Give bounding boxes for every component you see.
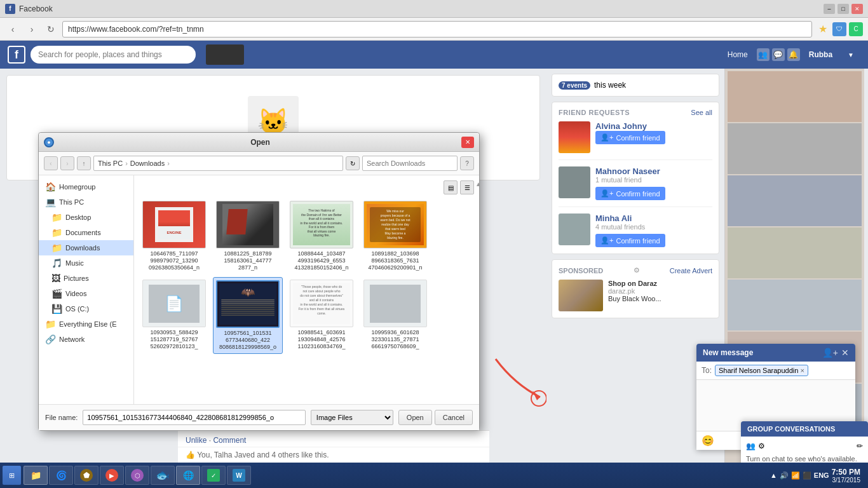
- minimize-button[interactable]: –: [824, 4, 835, 14]
- star-icon[interactable]: ★: [816, 22, 830, 36]
- refresh-button[interactable]: ↻: [43, 22, 58, 37]
- dialog-open-button[interactable]: Open: [398, 410, 432, 425]
- taskbar-clock[interactable]: 7:50 PM 3/17/2015: [832, 468, 860, 484]
- folder-label-everything-else: Everything Else (E: [59, 320, 116, 328]
- dialog-help-button[interactable]: ?: [460, 156, 474, 170]
- recipient-remove-button[interactable]: ×: [800, 367, 804, 374]
- folder-pictures[interactable]: 🖼 Pictures: [39, 271, 133, 286]
- network-icon: 🔗: [45, 334, 56, 344]
- maximize-button[interactable]: □: [837, 4, 849, 14]
- dialog-breadcrumb: This PC › Downloads ›: [93, 156, 343, 171]
- dialog-close-button[interactable]: ✕: [461, 137, 474, 148]
- folder-documents[interactable]: 📁 Documents: [39, 225, 133, 240]
- file-item[interactable]: We miss ourprayers because of awarm bed.…: [360, 198, 430, 273]
- friend-request-1: Alvina Johny 👤+ Confirm friend: [559, 121, 712, 160]
- confirm-friend-button-2[interactable]: 👤+ Confirm friend: [595, 187, 665, 200]
- message-recipient: Sharif Nelson Sarapuddin ×: [715, 365, 808, 376]
- file-item[interactable]: The two Hakims ofthe Domain of i'mr are …: [287, 198, 356, 273]
- file-name: 10888444_1034874993196429_65534132818501…: [294, 250, 348, 271]
- friend-name-2[interactable]: Mahnoor Naseer: [595, 166, 712, 176]
- unlike-link[interactable]: Unlike: [186, 436, 207, 445]
- address-bar[interactable]: [62, 21, 812, 37]
- ext-icon-1[interactable]: C: [849, 22, 863, 36]
- folder-videos[interactable]: 🎬 Videos: [39, 286, 133, 301]
- back-button[interactable]: ‹: [5, 22, 20, 37]
- taskbar-item-chrome[interactable]: 🌐: [176, 466, 200, 485]
- ad-image: [559, 280, 603, 311]
- taskbar-item-app-6[interactable]: ✓: [201, 466, 226, 485]
- taskbar-item-app-3[interactable]: ▶: [100, 466, 124, 485]
- nav-messages-icon[interactable]: 💬: [772, 48, 785, 61]
- chat-controls: 👥 ⚙ ✏: [746, 442, 863, 451]
- file-item[interactable]: 10995936_601628323301135_278716661975076…: [360, 277, 430, 353]
- confirm-friend-button-3[interactable]: 👤+ Confirm friend: [595, 234, 665, 247]
- add-people-button[interactable]: 👤+: [822, 348, 838, 358]
- file-name-input[interactable]: [83, 410, 305, 425]
- nav-friends-icon[interactable]: 👥: [757, 48, 770, 61]
- file-name-selected: 10957561_1015316773440680_42280868181299…: [219, 330, 276, 350]
- taskbar-item-app-4[interactable]: ⬡: [125, 466, 149, 485]
- comment-link[interactable]: Comment: [213, 436, 246, 445]
- events-sub: this week: [594, 81, 626, 90]
- file-type-select[interactable]: Image Files: [311, 410, 393, 425]
- folder-os-c[interactable]: 💾 OS (C:): [39, 301, 133, 316]
- folder-this-pc[interactable]: 💻 This PC: [39, 194, 133, 210]
- folder-music[interactable]: 🎵 Music: [39, 255, 133, 271]
- start-button[interactable]: ⊞: [3, 466, 21, 485]
- forward-button[interactable]: ›: [24, 22, 39, 37]
- taskbar-item-app-2[interactable]: ⬟: [74, 466, 98, 485]
- nav-username[interactable]: Rubba: [803, 48, 839, 62]
- taskbar-item-file-manager[interactable]: 📁: [24, 466, 48, 485]
- dialog-search-input[interactable]: [362, 156, 458, 171]
- nav-dropdown[interactable]: ▼: [841, 49, 860, 61]
- os-c-icon: 💾: [51, 304, 62, 314]
- gear-icon[interactable]: ⚙: [634, 266, 640, 274]
- network-status-icon[interactable]: 📶: [791, 471, 800, 480]
- friend-name-1[interactable]: Alvina Johny: [595, 121, 712, 131]
- folder-network[interactable]: 🔗 Network: [39, 332, 133, 347]
- nav-notifications-icon[interactable]: 🔔: [787, 48, 800, 61]
- browser-toolbar: ‹ › ↻ ★ 🛡 C: [0, 18, 868, 41]
- taskbar-item-app-1[interactable]: 🌀: [49, 466, 73, 485]
- folder-desktop[interactable]: 📁 Desktop: [39, 210, 133, 225]
- file-item[interactable]: ENGINE 10646785_711097998979072_13290092…: [139, 198, 209, 273]
- svg-marker-0: [532, 391, 540, 400]
- view-toggle-button[interactable]: ☰: [460, 180, 474, 194]
- nav-home[interactable]: Home: [721, 48, 754, 62]
- edit-icon[interactable]: ✏: [857, 442, 863, 451]
- word-icon: W: [233, 469, 245, 482]
- dialog-cancel-button[interactable]: Cancel: [435, 410, 473, 425]
- folder-downloads[interactable]: 📁 Downloads: [39, 240, 133, 255]
- emoji-icon[interactable]: 😊: [702, 435, 714, 447]
- facebook-search-input[interactable]: [31, 46, 196, 64]
- shield-icon[interactable]: 🛡: [832, 22, 846, 36]
- dialog-up-button[interactable]: ↑: [77, 156, 91, 170]
- create-advert-link[interactable]: Create Advert: [670, 267, 712, 274]
- dialog-back-button[interactable]: ‹: [44, 156, 58, 170]
- message-close-button[interactable]: ✕: [841, 348, 849, 358]
- file-item-selected[interactable]: 🦇: [213, 277, 283, 353]
- view-options-button[interactable]: ▤: [444, 180, 458, 194]
- dialog-refresh-button[interactable]: ↻: [346, 156, 360, 170]
- friend-name-3[interactable]: Minha Ali: [595, 214, 712, 223]
- file-item[interactable]: 10881225_818789158163061_447772877_n: [213, 198, 283, 273]
- file-item[interactable]: "Those people, those who donot care abou…: [287, 277, 356, 353]
- battery-icon[interactable]: ⬛: [803, 471, 811, 480]
- taskbar-item-word[interactable]: W: [227, 466, 251, 485]
- dialog-forward-button[interactable]: ›: [60, 156, 74, 170]
- language-indicator[interactable]: ENG: [814, 471, 829, 479]
- scroll-up-arrow[interactable]: ▲: [475, 180, 479, 187]
- close-button[interactable]: ✕: [851, 4, 863, 14]
- system-tray-arrow[interactable]: ▲: [770, 471, 777, 479]
- folder-everything-else[interactable]: 📁 Everything Else (E: [39, 316, 133, 332]
- friend-requests-section: FRIEND REQUESTS See all Alvina Johny 👤+ …: [552, 102, 719, 254]
- confirm-friend-button-1[interactable]: 👤+ Confirm friend: [595, 131, 665, 144]
- ad-name[interactable]: Shop on Daraz: [608, 280, 661, 287]
- taskbar-item-app-5[interactable]: 🐟: [151, 466, 175, 485]
- settings-icon[interactable]: ⚙: [758, 442, 765, 451]
- file-name-label: File name:: [45, 414, 78, 421]
- folder-homegroup[interactable]: 🏠 Homegroup: [39, 179, 133, 194]
- file-item[interactable]: 📄 10930953_588429151287719_5276752602972…: [139, 277, 209, 353]
- speaker-icon[interactable]: 🔊: [780, 471, 789, 480]
- see-all-button[interactable]: See all: [691, 109, 712, 116]
